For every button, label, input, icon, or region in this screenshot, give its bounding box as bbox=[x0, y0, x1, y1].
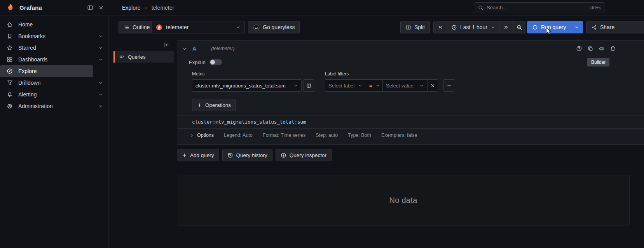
option-exemplars: Exemplars: false bbox=[381, 133, 417, 138]
add-query-button[interactable]: Add query bbox=[177, 149, 219, 161]
run-query-dropdown-button[interactable] bbox=[571, 21, 583, 33]
add-operation-button[interactable]: Operations bbox=[192, 99, 236, 111]
book-icon bbox=[306, 83, 312, 89]
breadcrumb-item-explore[interactable]: Explore bbox=[122, 5, 140, 11]
explain-row: Explain Builder bbox=[177, 56, 644, 68]
query-row-actions bbox=[576, 45, 616, 52]
add-filter-button[interactable] bbox=[443, 79, 454, 92]
add-query-label: Add query bbox=[190, 152, 214, 158]
sidebar-item-administration-expand[interactable] bbox=[93, 100, 108, 112]
chevron-down-icon bbox=[490, 25, 495, 30]
go-queryless-label: Go queryless bbox=[263, 24, 295, 30]
chevron-down-icon bbox=[98, 45, 103, 50]
plus-icon bbox=[197, 103, 202, 108]
run-query-split-button: Run query bbox=[527, 21, 583, 33]
brand[interactable]: Grafana bbox=[0, 3, 85, 12]
raw-query-preview: cluster:mtv_migrations_status_total:sum bbox=[177, 115, 644, 129]
sidebar-item-home-button[interactable]: Home bbox=[0, 19, 93, 30]
metrics-explorer-button[interactable] bbox=[303, 79, 314, 92]
copy-icon bbox=[587, 45, 593, 52]
sidebar-item-administration: Administration bbox=[0, 100, 108, 112]
datasource-picker[interactable]: telemeter bbox=[152, 21, 245, 33]
builder-mode-button[interactable]: Builder bbox=[587, 58, 609, 66]
sidebar-item-alerting-button[interactable]: Alerting bbox=[0, 89, 93, 100]
sidebar-item-explore-button[interactable]: Explore bbox=[0, 65, 93, 77]
share-label: Share bbox=[600, 24, 614, 30]
zoom-out-button[interactable] bbox=[513, 21, 525, 33]
outline-button[interactable]: Outline bbox=[119, 21, 155, 33]
chevron-down-icon bbox=[98, 104, 103, 108]
split-label: Split bbox=[414, 24, 425, 30]
select-value-dropdown[interactable]: Select value bbox=[382, 79, 428, 92]
history-icon bbox=[227, 152, 233, 158]
time-back-button[interactable] bbox=[433, 21, 447, 33]
sidebar-item-drilldown-button[interactable]: Drilldown bbox=[0, 77, 93, 89]
nav-spacer bbox=[93, 19, 108, 30]
chevron-down-icon bbox=[182, 46, 187, 51]
query-collapse-button[interactable] bbox=[182, 46, 187, 51]
disable-query-button[interactable] bbox=[598, 45, 605, 52]
compass-icon bbox=[6, 68, 13, 74]
sidebar-item-starred: Starred bbox=[0, 42, 108, 54]
close-icon bbox=[430, 83, 435, 88]
metric-label: Metric bbox=[192, 71, 314, 77]
chevron-right-icon bbox=[190, 133, 194, 138]
sidebar-item-bookmarks-expand[interactable] bbox=[93, 30, 108, 42]
run-query-button[interactable]: Run query bbox=[527, 21, 571, 33]
nav-sidebar: Home Bookmarks Starred bbox=[0, 16, 109, 248]
sidebar-item-starred-button[interactable]: Starred bbox=[0, 42, 93, 54]
sidebar-item-label: Home bbox=[18, 21, 33, 28]
share-button[interactable]: Share bbox=[586, 21, 644, 33]
query-history-button[interactable]: Query history bbox=[222, 149, 272, 161]
explain-label: Explain bbox=[189, 59, 206, 65]
sidebar-item-drilldown-expand[interactable] bbox=[93, 77, 108, 89]
label-filters-label: Label filters bbox=[325, 71, 454, 77]
sidebar-item-label: Explore bbox=[18, 68, 37, 74]
sidebar-item-starred-expand[interactable] bbox=[93, 42, 108, 54]
collapse-pane-button[interactable] bbox=[161, 40, 171, 50]
bell-icon bbox=[6, 91, 13, 98]
remove-query-button[interactable] bbox=[609, 45, 616, 52]
sidebar-item-bookmarks-button[interactable]: Bookmarks bbox=[0, 30, 93, 42]
explain-toggle[interactable] bbox=[209, 59, 222, 65]
chevron-down-icon bbox=[419, 83, 424, 88]
breadcrumb-item-telemeter[interactable]: telemeter bbox=[152, 5, 174, 11]
split-button[interactable]: Split bbox=[400, 21, 430, 33]
metric-controls: cluster:mtv_migrations_status_total:sum bbox=[192, 79, 314, 92]
duplicate-query-button[interactable] bbox=[587, 45, 594, 52]
operator-dropdown[interactable]: = bbox=[366, 79, 383, 92]
go-queryless-button[interactable]: Go queryless bbox=[248, 21, 300, 33]
select-value-placeholder: Select value bbox=[386, 83, 414, 89]
queries-tab[interactable]: Queries bbox=[113, 51, 174, 63]
options-title-label: Options bbox=[197, 133, 214, 138]
search-box[interactable]: ctrl+k bbox=[474, 2, 605, 13]
refresh-icon bbox=[532, 24, 538, 30]
sidebar-item-dashboards-expand[interactable] bbox=[93, 54, 108, 65]
time-range-button[interactable]: Last 1 hour bbox=[447, 21, 499, 33]
options-toggle[interactable]: Options bbox=[190, 133, 214, 138]
operator-value: = bbox=[369, 83, 372, 89]
chevron-down-icon bbox=[98, 80, 103, 85]
zoom-out-icon bbox=[517, 24, 522, 30]
sidebar-item-alerting-expand[interactable] bbox=[93, 89, 108, 100]
dock-menu-button[interactable] bbox=[85, 2, 96, 13]
chevron-down-icon bbox=[236, 25, 241, 30]
search-input[interactable] bbox=[487, 5, 586, 10]
sidebar-item-explore: Explore bbox=[0, 65, 108, 77]
time-forward-button[interactable] bbox=[499, 21, 513, 33]
query-help-button[interactable] bbox=[576, 45, 583, 52]
close-menu-button[interactable] bbox=[96, 2, 106, 13]
query-inspector-button[interactable]: Query inspector bbox=[276, 149, 332, 161]
prometheus-datasource-icon bbox=[156, 24, 162, 31]
sidebar-item-administration-button[interactable]: Administration bbox=[0, 100, 93, 112]
remove-filter-button[interactable] bbox=[427, 79, 438, 92]
datasource-name: telemeter bbox=[166, 24, 232, 30]
metric-select[interactable]: cluster:mtv_migrations_status_total:sum bbox=[192, 79, 302, 92]
search-icon bbox=[478, 5, 483, 10]
sidebar-item-label: Bookmarks bbox=[18, 33, 45, 39]
sidebar-item-label: Drilldown bbox=[18, 80, 41, 86]
select-label-dropdown[interactable]: Select label bbox=[325, 79, 366, 92]
sidebar-item-dashboards-button[interactable]: Dashboards bbox=[0, 54, 93, 65]
query-builder-fields: Metric cluster:mtv_migrations_status_tot… bbox=[177, 68, 644, 92]
collapse-pane-icon bbox=[164, 42, 169, 48]
